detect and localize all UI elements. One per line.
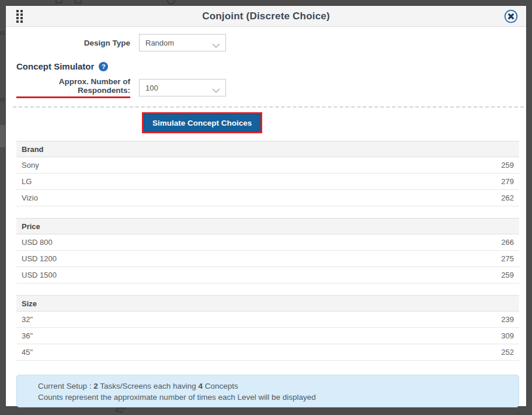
row-count: 252 [501,348,514,357]
chevron-down-icon [212,41,220,50]
respondents-label-col: Approx. Number of Respondents: [16,77,130,98]
table-row: 45"252 [16,344,519,361]
row-label: Sony [22,161,39,170]
concept-simulator-title: Concept Simulator [16,61,94,71]
close-button[interactable] [503,9,519,24]
row-label: 36" [22,331,33,340]
respondents-row: Approx. Number of Respondents: 100 [16,77,519,98]
design-type-label: Design Type [16,39,130,47]
table-header: Brand [16,141,519,157]
row-count: 279 [501,177,514,186]
simulate-concept-choices-button[interactable]: Simulate Concept Choices [144,114,260,132]
row-count: 259 [501,161,514,170]
row-label: 45" [22,348,33,357]
table-row: LG279 [16,174,519,190]
table-header: Size [16,295,519,312]
table-row: USD 1200275 [16,251,519,267]
info-line1-part: 2 [93,382,98,390]
row-label: USD 1200 [22,254,57,263]
table-row: Vizio262 [16,190,519,206]
respondents-label: Approx. Number of Respondents: [16,77,130,98]
tables: BrandSony259LG279Vizio262PriceUSD 800266… [16,141,519,361]
modal-header: Conjoint (Discrete Choice) [6,6,526,27]
row-label: USD 800 [22,238,53,247]
level-count-table: PriceUSD 800266USD 1200275USD 1500259 [16,218,519,283]
row-label: Vizio [22,193,38,202]
conjoint-modal: Conjoint (Discrete Choice) Design Type R… [6,6,526,406]
level-count-table: BrandSony259LG279Vizio262 [16,141,519,206]
row-label: USD 1500 [22,271,57,279]
table-row: USD 1500259 [16,267,519,283]
table-row: Sony259 [16,157,519,174]
info-box: Current Setup : 2 Tasks/Screens each hav… [16,375,519,407]
row-count: 275 [501,254,514,263]
concept-simulator-heading: Concept Simulator ? [16,61,519,71]
modal-title: Conjoint (Discrete Choice) [202,11,330,22]
background-artifact [0,125,6,147]
background-artifact: o [0,28,4,37]
simulate-button-wrap: Simulate Concept Choices [16,114,519,132]
info-line1-part: Current Setup : [38,382,93,390]
row-count: 239 [501,315,514,324]
chevron-down-icon [212,86,220,95]
dashed-divider [13,106,524,108]
design-type-value: Random [145,39,174,47]
background-artifact [167,0,175,5]
row-count: 266 [501,238,514,247]
row-label: 32" [22,315,33,324]
table-header: Price [16,218,519,234]
table-row: 32"239 [16,312,519,328]
row-label: LG [22,177,32,186]
info-line1-part: Concepts [203,382,238,390]
info-line2: Counts represent the approximate number … [38,392,513,403]
row-count: 309 [501,331,514,340]
row-count: 259 [501,271,514,279]
info-line1-part: Tasks/Screens each having [98,382,199,390]
row-count: 262 [501,193,514,202]
design-type-row: Design Type Random [16,34,519,51]
background-artifact [75,0,82,4]
info-line1-part: 4 [198,382,203,390]
modal-body: Design Type Random Concept Simulator ? A… [6,27,526,407]
drag-handle-icon[interactable] [16,10,23,23]
info-line1: Current Setup : 2 Tasks/Screens each hav… [38,381,513,392]
respondents-select[interactable]: 100 [139,79,226,96]
table-row: 36"309 [16,328,519,344]
design-type-select[interactable]: Random [139,34,226,51]
respondents-value: 100 [145,84,158,92]
close-icon [503,17,519,26]
background-artifact [55,0,62,4]
level-count-table: Size32"23936"30945"252 [16,295,519,361]
help-icon[interactable]: ? [99,62,108,71]
table-row: USD 800266 [16,234,519,251]
